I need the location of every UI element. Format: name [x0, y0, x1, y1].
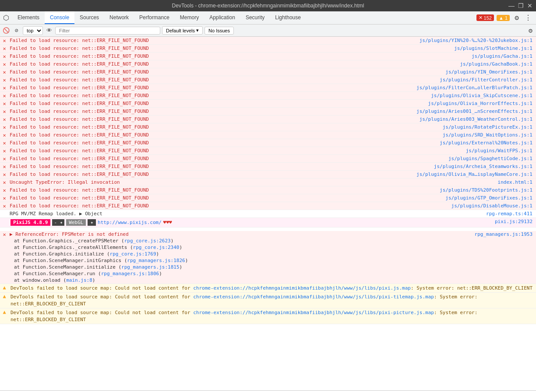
traceback-link[interactable]: main.js:8 — [66, 277, 92, 283]
filter-input[interactable] — [55, 27, 160, 35]
pixi-hearts: ♥♥♥ — [163, 220, 172, 225]
error-source[interactable]: js/plugins/WaitFPS.js:1 — [448, 147, 536, 154]
clear-icon[interactable]: 🚫 — [2, 26, 11, 35]
traceback-link[interactable]: rpg_core.js:1769 — [110, 251, 156, 257]
rpg-source[interactable]: rpg-remap.ts:411 — [448, 210, 536, 217]
pixi-row: PixiJS 4.8.9 - ✦ WebGL ✦ http://www.pixi… — [0, 218, 536, 228]
default-levels-button[interactable]: Default levels ▾ — [162, 26, 203, 35]
error-row: ✕Failed to load resource: net::ERR_FILE_… — [0, 108, 536, 116]
tab-sources[interactable]: Sources — [74, 11, 104, 24]
tab-performance[interactable]: Performance — [134, 11, 175, 24]
ref-error-source[interactable]: rpg_managers.js:1953 — [448, 231, 536, 238]
error-icon: ✕ — [0, 69, 9, 75]
error-row: ✕Failed to load resource: net::ERR_FILE_… — [0, 171, 536, 178]
error-badge[interactable]: ✕ 152 — [476, 14, 494, 21]
error-message: Failed to load resource: net::ERR_FILE_N… — [9, 92, 429, 99]
warning-message: DevTools failed to load source map: Coul… — [9, 308, 536, 324]
error-source[interactable]: js/plugins/SRD_WaitOptions.js:1 — [441, 132, 536, 138]
error-row: ✕Failed to load resource: net::ERR_FILE_… — [0, 139, 536, 147]
filter-icon[interactable]: ⊘ — [12, 26, 21, 35]
error-source[interactable]: js/plugins/SlotMachine.js:1 — [448, 45, 536, 52]
cursor-icon[interactable]: ⬡ — [2, 14, 11, 22]
traceback-link[interactable]: rpg_core.js:2340 — [133, 245, 180, 250]
error-message: Failed to load resource: net::ERR_FILE_N… — [9, 203, 448, 209]
warning-link[interactable]: chrome-extension://hcpkfehmngainmimikbma… — [193, 310, 434, 315]
error-row: ✕Failed to load resource: net::ERR_FILE_… — [0, 60, 536, 68]
error-source[interactable]: js/plugins/External%20Notes.js:1 — [438, 140, 536, 146]
eye-icon[interactable]: 👁 — [45, 26, 53, 35]
error-icon: ✕ — [0, 37, 9, 44]
no-issues-button[interactable]: No Issues — [205, 27, 234, 35]
error-source[interactable]: js/plugins/Gacha.js:1 — [448, 53, 536, 60]
warning-link[interactable]: chrome-extension://hcpkfehmngainmimikbma… — [193, 294, 434, 300]
error-source[interactable]: js/plugins/FilterController.js:1 — [438, 77, 536, 83]
traceback-link[interactable]: rpg_core.js:2623 — [124, 238, 171, 244]
error-row: ✕Failed to load resource: net::ERR_FILE_… — [0, 131, 536, 139]
console-area[interactable]: ✕Failed to load resource: net::ERR_FILE_… — [0, 37, 536, 390]
settings-icon[interactable]: ⚙ — [512, 14, 521, 22]
error-message: Failed to load resource: net::ERR_FILE_N… — [9, 69, 444, 75]
tab-application[interactable]: Application — [204, 11, 240, 24]
pixi-source[interactable]: pixi.js:29132 — [448, 218, 536, 225]
error-message: Failed to load resource: net::ERR_FILE_N… — [9, 171, 415, 178]
more-icon[interactable]: ⋮ — [524, 14, 532, 22]
error-row: ✕Failed to load resource: net::ERR_FILE_… — [0, 76, 536, 84]
warning-icon-cell: ▲ — [0, 293, 9, 299]
error-row: ✕Failed to load resource: net::ERR_FILE_… — [0, 186, 536, 194]
object-expand[interactable]: ▶ Object — [79, 211, 102, 217]
tab-network[interactable]: Network — [104, 11, 134, 24]
tab-memory[interactable]: Memory — [175, 11, 204, 24]
ref-error-message[interactable]: ▶ ReferenceError: FPSMeter is not define… — [9, 231, 448, 238]
error-message: Failed to load resource: net::ERR_FILE_N… — [9, 53, 448, 60]
error-source[interactable]: js/plugins/RotatePictureEx.js:1 — [441, 124, 536, 130]
error-source[interactable]: js/plugins/Olivia_SkipCutscene.js:1 — [429, 92, 536, 99]
warning-link[interactable]: chrome-extension://hcpkfehmngainmimikbma… — [193, 285, 411, 291]
error-source[interactable]: js/plugins/Olivia_Ma…isplayNameCore.js:1 — [415, 171, 536, 178]
traceback-link[interactable]: rpg_managers.js:1826 — [127, 258, 185, 263]
traceback-line: at Function.Graphics.initialize (rpg_cor… — [0, 251, 536, 257]
console-settings-icon[interactable]: ⚙ — [527, 26, 534, 35]
pixi-link[interactable]: http://www.pixijs.com/ — [98, 220, 162, 225]
rpg-loaded-row: RPG MV/MZ Remap loaded. ▶ Object rpg-rem… — [0, 210, 536, 218]
error-source[interactable]: js/plugins/GachaBook.js:1 — [448, 61, 536, 67]
restore-button[interactable]: ❐ — [518, 2, 524, 9]
context-select[interactable]: top — [23, 26, 43, 35]
error-source[interactable]: js/plugins/FilterCon…ollerBlurPatch.js:1 — [415, 84, 536, 91]
error-row: ✕Failed to load resource: net::ERR_FILE_… — [0, 45, 536, 52]
error-source[interactable]: js/plugins/TDS%20Footprints.js:1 — [438, 187, 536, 193]
tab-bar: ⬡ Elements Console Sources Network Perfo… — [0, 11, 536, 24]
close-button[interactable]: ✕ — [527, 2, 532, 9]
error-message: Failed to load resource: net::ERR_FILE_N… — [9, 147, 448, 154]
error-source[interactable]: js/plugins/DisableMouse.js:1 — [448, 203, 536, 209]
pixi-badge: PixiJS 4.8.9 — [11, 219, 50, 226]
error-row: ✕Failed to load resource: net::ERR_FILE_… — [0, 147, 536, 155]
tab-lighthouse[interactable]: Lighthouse — [270, 11, 306, 24]
error-row: ✕Failed to load resource: net::ERR_FILE_… — [0, 52, 536, 60]
traceback-link[interactable]: rpg_managers.js:1815 — [121, 264, 179, 270]
error-message: Failed to load resource: net::ERR_FILE_N… — [9, 77, 438, 83]
error-icon: ✕ — [0, 45, 9, 52]
traceback-line: at Function.Graphics._createAllElements … — [0, 244, 536, 251]
error-source[interactable]: js/plugins/Aries003_WeatherControl.js:1 — [418, 116, 536, 122]
error-source[interactable]: js/plugins/GTP_OmoriFixes.js:1 — [444, 195, 536, 201]
error-source[interactable]: js/plugins/Aries001_…nScreenEffects.js:1 — [415, 108, 536, 115]
error-source[interactable]: js/plugins/Olivia_HorrorEffects.js:1 — [427, 100, 536, 107]
error-icon: ✕ — [0, 132, 9, 138]
error-row: ✕Failed to load resource: net::ERR_FILE_… — [0, 68, 536, 76]
traceback-link[interactable]: rpg_managers.js:1806 — [101, 271, 159, 276]
error-source[interactable]: js/plugins/YIN_OmoriFixes.js:1 — [444, 69, 536, 75]
window-controls: — ❐ ✕ — [508, 2, 532, 9]
warning-block: ▲ DevTools failed to load source map: Co… — [0, 293, 536, 308]
tab-elements[interactable]: Elements — [12, 11, 45, 24]
error-source[interactable]: js/plugins/YIN%20-%…%20-%20Jukebox.js:1 — [418, 37, 536, 44]
tab-console[interactable]: Console — [45, 11, 74, 24]
tab-security[interactable]: Security — [240, 11, 270, 24]
minimize-button[interactable]: — — [508, 2, 515, 9]
error-source[interactable]: index.html:1 — [448, 179, 536, 186]
error-source[interactable]: js/plugins/Archeia_Steamworks.js:1 — [432, 163, 536, 170]
warning-badge[interactable]: ▲ 1 — [497, 15, 510, 21]
error-message: Failed to load resource: net::ERR_FILE_N… — [9, 132, 441, 138]
error-row: ✕Failed to load resource: net::ERR_FILE_… — [0, 37, 536, 45]
dropdown-arrow: ▾ — [196, 28, 199, 33]
error-source[interactable]: js/plugins/SpaghettiCode.js:1 — [447, 155, 536, 162]
